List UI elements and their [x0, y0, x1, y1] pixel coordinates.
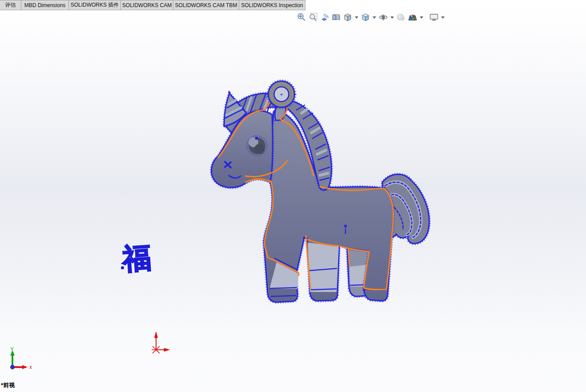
- heads-up-view-toolbar: [296, 12, 446, 23]
- tab-label: SOLIDWORKS 插件: [71, 1, 119, 9]
- reference-triad: Y x: [3, 347, 43, 375]
- tab-evaluate[interactable]: 评估: [0, 0, 21, 10]
- pony-body[interactable]: [264, 111, 393, 302]
- tab-label: 评估: [5, 1, 16, 9]
- view-orientation-label: *前视: [1, 381, 15, 389]
- front-right-sock: [308, 243, 339, 292]
- tab-mbd-dimensions[interactable]: MBD Dimensions: [21, 0, 69, 10]
- apply-scene-dropdown-caret[interactable]: [420, 16, 423, 19]
- display-style-dropdown-caret[interactable]: [373, 16, 376, 19]
- tab-solidworks-addins[interactable]: SOLIDWORKS 插件: [69, 0, 121, 10]
- tab-label: SOLIDWORKS CAM: [122, 2, 172, 8]
- zoom-to-area-icon[interactable]: [308, 12, 318, 23]
- triad-x-label: x: [29, 364, 32, 370]
- tab-label: SOLIDWORKS CAM TBM: [175, 2, 237, 8]
- view-orientation-dropdown-caret[interactable]: [355, 16, 358, 19]
- edit-appearance-icon[interactable]: [396, 12, 406, 23]
- view-settings-icon[interactable]: [429, 12, 439, 23]
- hanger-ring[interactable]: +: [268, 81, 295, 108]
- zoom-to-fit-icon[interactable]: [296, 12, 307, 23]
- unicorn-sketch-model[interactable]: +: [205, 66, 436, 306]
- command-tab-bar: 评估 MBD Dimensions SOLIDWORKS 插件 SOLIDWOR…: [0, 0, 305, 10]
- ring-center-mark: +: [280, 91, 283, 98]
- sketch-point-dot[interactable]: [121, 266, 124, 269]
- tab-label: MBD Dimensions: [24, 2, 66, 8]
- tab-solidworks-inspection[interactable]: SOLIDWORKS Inspection: [239, 0, 305, 10]
- view-orientation-icon[interactable]: [342, 12, 353, 23]
- graphics-viewport[interactable]: 评估 MBD Dimensions SOLIDWORKS 插件 SOLIDWOR…: [0, 0, 586, 392]
- hide-show-items-icon[interactable]: [378, 12, 389, 23]
- triad-y-label: Y: [10, 347, 14, 352]
- previous-view-icon[interactable]: [319, 12, 330, 23]
- section-view-icon[interactable]: [331, 12, 341, 23]
- display-style-icon[interactable]: [360, 12, 371, 23]
- tab-solidworks-cam[interactable]: SOLIDWORKS CAM: [121, 0, 173, 10]
- apply-scene-icon[interactable]: [407, 12, 418, 23]
- sketch-text-fu[interactable]: 福: [121, 238, 153, 279]
- tab-solidworks-cam-tbm[interactable]: SOLIDWORKS CAM TBM: [173, 0, 239, 10]
- sketch-origin[interactable]: [150, 329, 177, 357]
- tab-label: SOLIDWORKS Inspection: [241, 2, 303, 8]
- hide-show-items-dropdown-caret[interactable]: [390, 16, 394, 19]
- sketch-point[interactable]: [303, 236, 305, 239]
- view-settings-dropdown-caret[interactable]: [441, 16, 445, 19]
